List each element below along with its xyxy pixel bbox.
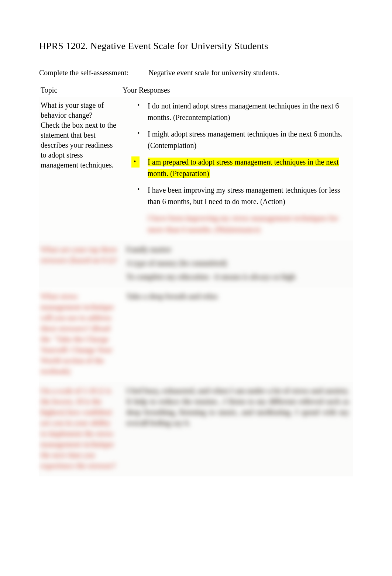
option-text-highlighted: I am prepared to adopt stress management… (148, 158, 339, 178)
response-line: To complete my education - it means is a… (126, 272, 349, 282)
response-cell: Take a deep breath and relax (121, 287, 353, 382)
bullet-icon: • (137, 128, 140, 139)
option-text: I do not intend adopt stress management … (148, 102, 339, 121)
option-item[interactable]: • I have been improving my stress manage… (137, 184, 349, 207)
column-header-responses: Your Responses (121, 84, 353, 97)
topic-cell: What are your top three stressors (based… (39, 241, 121, 287)
bullet-icon: • (137, 184, 140, 195)
topic-text-a: What is your stage of behavior change? (41, 101, 104, 119)
topic-text-blurred: What are your top three stressors (based… (41, 244, 118, 266)
options-list: • I do not intend adopt stress managemen… (126, 100, 349, 235)
topic-text-b: Check the box next to the statement that… (41, 121, 116, 169)
table-row: What stress management technique will yo… (39, 287, 353, 382)
table-row: On a scale of 1-10 (1 is the lowest, 10 … (39, 382, 353, 476)
page-title: HPRS 1202. Negative Event Scale for Univ… (39, 41, 353, 52)
response-line: Family matter (126, 244, 349, 255)
topic-text-blurred: What stress management technique will yo… (41, 291, 118, 377)
option-item-selected[interactable]: • I am prepared to adopt stress manageme… (137, 156, 349, 179)
intro-value: Negative event scale for university stud… (148, 69, 279, 77)
topic-text-blurred: On a scale of 1-10 (1 is the lowest, 10 … (41, 386, 118, 471)
bullet-icon: • (131, 156, 140, 168)
response-line: A type of money (be committed) (126, 258, 349, 269)
option-text: I might adopt stress management techniqu… (148, 130, 343, 149)
topic-cell: On a scale of 1-10 (1 is the lowest, 10 … (39, 382, 121, 476)
table-row: What is your stage of behavior change? C… (39, 97, 353, 241)
bullet-icon (137, 213, 139, 223)
intro-label: Complete the self-assessment: (39, 69, 128, 77)
intro-line: Complete the self-assessment: Negative e… (39, 69, 353, 77)
topic-cell: What stress management technique will yo… (39, 287, 121, 382)
option-item[interactable]: • I might adopt stress management techni… (137, 128, 349, 151)
table-row: What are your top three stressors (based… (39, 241, 353, 287)
table-header-row: Topic Your Responses (39, 84, 353, 97)
response-text-blurred: Take a deep breath and relax (126, 291, 349, 302)
option-item[interactable]: • I do not intend adopt stress managemen… (137, 100, 349, 123)
response-text-blurred: I feel busy, exhausted, and when I am un… (126, 386, 349, 428)
response-text-blurred: Family matter A type of money (be commit… (126, 244, 349, 282)
assessment-table: Topic Your Responses What is your stage … (39, 84, 353, 476)
response-cell: I feel busy, exhausted, and when I am un… (121, 382, 353, 476)
column-header-topic: Topic (39, 84, 121, 97)
response-cell: • I do not intend adopt stress managemen… (121, 97, 353, 241)
option-text: I have been improving my stress manageme… (148, 186, 340, 206)
option-item[interactable]: I have been improving my stress manageme… (137, 213, 349, 235)
topic-cell: What is your stage of behavior change? C… (39, 97, 121, 241)
bullet-icon: • (137, 100, 140, 111)
option-text-blurred: I have been improving my stress manageme… (148, 214, 338, 234)
response-cell: Family matter A type of money (be commit… (121, 241, 353, 287)
